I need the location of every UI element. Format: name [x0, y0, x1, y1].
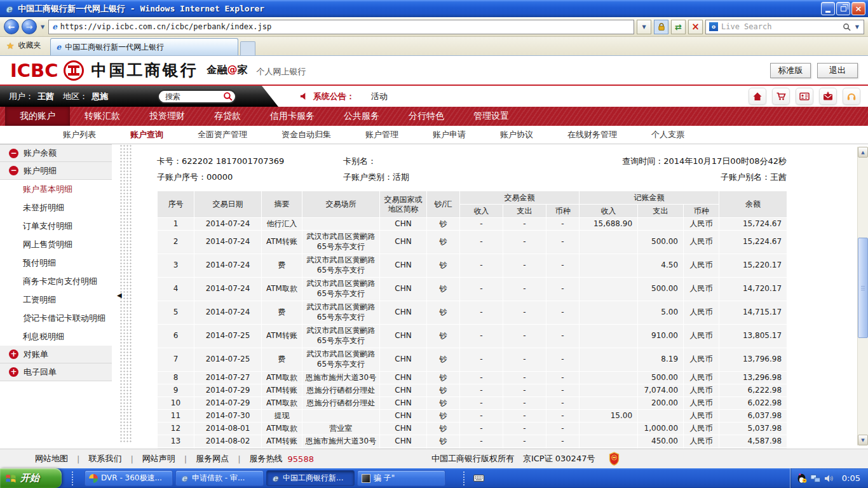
cell: 费: [262, 301, 302, 325]
site-search-icon[interactable]: [223, 92, 233, 101]
stop-button[interactable]: ×: [688, 20, 703, 34]
subnav-item-3[interactable]: 资金自动归集: [264, 129, 348, 140]
subnav-item-4[interactable]: 账户管理: [348, 129, 416, 140]
taskbar-task[interactable]: DVR - 360极速...: [85, 470, 173, 486]
forward-button[interactable]: →: [22, 19, 37, 34]
subnav-item-1[interactable]: 账户查询: [113, 129, 180, 140]
standard-version-button[interactable]: 标准版: [770, 63, 811, 78]
sidebar-subitem[interactable]: 商务卡定向支付明细: [0, 272, 112, 290]
taskbar-task[interactable]: e中国工商银行新...: [266, 470, 355, 486]
favorites-star-icon: ★: [6, 41, 15, 51]
cell: -: [546, 397, 580, 410]
start-button[interactable]: 开始: [0, 468, 62, 488]
cell: 14,715.17: [719, 301, 787, 325]
footer-link[interactable]: 网站声明: [142, 453, 175, 464]
history-dropdown-icon[interactable]: ▼: [39, 24, 46, 30]
nav-item-6[interactable]: 分行特色: [394, 107, 459, 126]
site-search-box[interactable]: [158, 90, 236, 104]
cell: 200.00: [638, 397, 684, 410]
cell: 450.00: [638, 435, 684, 448]
announcement-link[interactable]: 活动: [371, 91, 388, 102]
scrollbar-track[interactable]: [858, 158, 868, 435]
cell: CHN: [380, 278, 427, 301]
sidebar-item-label: 账户基本明细: [23, 184, 72, 195]
back-button[interactable]: ←: [4, 19, 19, 34]
scroll-up-icon[interactable]: ▲: [858, 147, 868, 158]
network-tray-icon[interactable]: [810, 474, 821, 483]
sidebar-subitem[interactable]: 订单支付明细: [0, 217, 112, 235]
qq-tray-icon[interactable]: [797, 473, 807, 484]
sidebar-subitem[interactable]: 利息税明细: [0, 327, 112, 346]
taskbar-task[interactable]: e申请借款 - 审...: [175, 470, 264, 486]
sidebar-subitem[interactable]: 未登折明细: [0, 198, 112, 217]
nav-item-7[interactable]: 管理设置: [459, 107, 524, 126]
security-lock-button[interactable]: [654, 20, 668, 34]
sidebar-subitem[interactable]: 贷记卡借记卡联动明细: [0, 309, 112, 327]
scroll-down-icon[interactable]: ▼: [858, 435, 868, 445]
sidebar-group[interactable]: +对账单: [0, 346, 112, 363]
subnav-item-0[interactable]: 账户列表: [46, 129, 113, 140]
site-search-input[interactable]: [165, 92, 210, 101]
scrollbar-thumb[interactable]: [858, 238, 868, 338]
subnav-item-6[interactable]: 账户协议: [483, 129, 550, 140]
cell: -: [460, 372, 503, 384]
nav-item-5[interactable]: 公共服务: [329, 107, 394, 126]
taskbar-task[interactable]: 骗 子": [357, 470, 445, 486]
sidebar-subitem[interactable]: 预付明细: [0, 254, 112, 272]
logout-button[interactable]: 退出: [817, 63, 858, 78]
sidebar-subitem[interactable]: 账户基本明细: [0, 180, 112, 198]
sidebar-group[interactable]: +电子回单: [0, 363, 112, 381]
collapse-sidebar-icon[interactable]: ◀: [117, 292, 122, 299]
clock: 0:05: [842, 473, 860, 483]
browser-tab[interactable]: e 中国工商银行新一代网上银行: [50, 38, 238, 55]
vertical-scrollbar[interactable]: ▲ ▼: [857, 147, 868, 445]
address-dropdown-button[interactable]: ▼: [637, 20, 651, 34]
cell: ATM取款: [262, 278, 302, 301]
refresh-button[interactable]: ⇄: [671, 20, 686, 34]
nav-item-1[interactable]: 转账汇款: [70, 107, 135, 126]
cell: -: [460, 435, 503, 448]
search-icon[interactable]: [843, 23, 851, 31]
footer-link[interactable]: 联系我们: [88, 453, 121, 464]
close-button[interactable]: ×: [851, 2, 865, 15]
sidebar-subitem[interactable]: 网上售货明细: [0, 235, 112, 254]
volume-tray-icon[interactable]: [824, 474, 834, 483]
favorites-button[interactable]: ★ 收藏夹: [0, 40, 50, 55]
subnav-item-8[interactable]: 个人支票: [634, 129, 702, 140]
minimize-button[interactable]: [821, 2, 835, 15]
table-row: 12014-07-24他行汇入CHN钞---15,688.90人民币15,724…: [158, 218, 787, 231]
cell: 2014-07-30: [194, 410, 262, 423]
language-bar-grip[interactable]: [463, 471, 466, 485]
subnav-item-7[interactable]: 在线财务管理: [550, 129, 634, 140]
search-options-icon[interactable]: ▼: [854, 24, 860, 30]
announcement-label: 系统公告：: [313, 91, 355, 102]
card-number: 622202 1817001707369: [182, 156, 284, 166]
home-button[interactable]: [749, 88, 766, 105]
sidebar-group[interactable]: −账户明细: [0, 162, 112, 180]
mail-button[interactable]: [819, 88, 837, 105]
cell: -: [460, 410, 503, 423]
live-search-input[interactable]: [721, 22, 839, 31]
cart-button[interactable]: [772, 88, 790, 105]
live-search-box[interactable]: o ▼: [705, 20, 864, 34]
service-button[interactable]: [843, 88, 860, 105]
footer-link[interactable]: 服务网点: [196, 453, 229, 464]
subnav-item-2[interactable]: 全面资产管理: [180, 129, 264, 140]
address-bar[interactable]: e https://vip.icbc.com.cn/icbc/perbank/i…: [48, 20, 634, 34]
nav-item-0[interactable]: 我的账户: [5, 107, 70, 126]
sub-account-seq: 00000: [207, 172, 233, 182]
nav-item-4[interactable]: 信用卡服务: [255, 107, 329, 126]
keyboard-button[interactable]: [473, 473, 484, 485]
subnav-item-5[interactable]: 账户申请: [416, 129, 483, 140]
restore-button[interactable]: [836, 2, 850, 15]
sidebar-subitem[interactable]: 工资明细: [0, 290, 112, 309]
cell: CHN: [380, 325, 427, 348]
new-tab-stub[interactable]: [240, 41, 255, 55]
window-title: 中国工商银行新一代网上银行 - Windows Internet Explore…: [18, 3, 821, 15]
nav-item-3[interactable]: 存贷款: [200, 107, 255, 126]
contacts-button[interactable]: [796, 88, 813, 105]
sidebar-group[interactable]: −账户余额: [0, 144, 112, 162]
nav-item-2[interactable]: 投资理财: [135, 107, 200, 126]
taskbar-grip[interactable]: [71, 471, 74, 485]
footer-link[interactable]: 网站地图: [35, 453, 68, 464]
